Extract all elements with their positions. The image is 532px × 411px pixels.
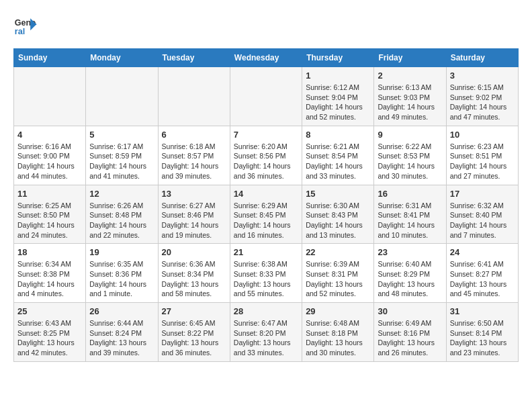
calendar-cell: 10Sunrise: 6:23 AM Sunset: 8:51 PM Dayli… — [446, 126, 518, 185]
week-row: 1Sunrise: 6:12 AM Sunset: 9:04 PM Daylig… — [14, 67, 519, 126]
calendar-cell: 28Sunrise: 6:47 AM Sunset: 8:20 PM Dayli… — [230, 303, 302, 362]
day-number: 14 — [234, 189, 298, 199]
header-row: SundayMondayTuesdayWednesdayThursdayFrid… — [14, 49, 519, 67]
day-info: Sunrise: 6:32 AM Sunset: 8:40 PM Dayligh… — [450, 201, 515, 240]
calendar-cell: 7Sunrise: 6:20 AM Sunset: 8:56 PM Daylig… — [230, 126, 302, 185]
header-cell: Monday — [86, 49, 158, 67]
day-info: Sunrise: 6:40 AM Sunset: 8:29 PM Dayligh… — [378, 259, 442, 299]
header-cell: Thursday — [302, 49, 374, 67]
calendar-cell: 20Sunrise: 6:36 AM Sunset: 8:34 PM Dayli… — [158, 244, 230, 303]
day-number: 15 — [306, 189, 370, 199]
calendar-cell: 12Sunrise: 6:26 AM Sunset: 8:48 PM Dayli… — [86, 185, 158, 244]
calendar-cell: 14Sunrise: 6:29 AM Sunset: 8:45 PM Dayli… — [230, 185, 302, 244]
day-info: Sunrise: 6:39 AM Sunset: 8:31 PM Dayligh… — [306, 259, 370, 299]
day-number: 5 — [89, 130, 154, 140]
header-cell: Wednesday — [230, 49, 302, 67]
day-number: 3 — [450, 71, 515, 81]
day-info: Sunrise: 6:47 AM Sunset: 8:20 PM Dayligh… — [234, 318, 298, 358]
day-info: Sunrise: 6:18 AM Sunset: 8:57 PM Dayligh… — [162, 142, 226, 181]
day-number: 29 — [306, 306, 370, 316]
day-info: Sunrise: 6:44 AM Sunset: 8:24 PM Dayligh… — [89, 318, 154, 358]
day-info: Sunrise: 6:50 AM Sunset: 8:14 PM Dayligh… — [450, 318, 515, 358]
calendar-cell — [158, 67, 230, 126]
calendar-cell: 16Sunrise: 6:31 AM Sunset: 8:41 PM Dayli… — [374, 185, 446, 244]
calendar-cell: 27Sunrise: 6:45 AM Sunset: 8:22 PM Dayli… — [158, 303, 230, 362]
day-number: 8 — [306, 130, 370, 140]
calendar-cell: 29Sunrise: 6:48 AM Sunset: 8:18 PM Dayli… — [302, 303, 374, 362]
day-number: 6 — [162, 130, 226, 140]
day-number: 4 — [17, 130, 82, 140]
logo: Gene ral — [13, 13, 42, 38]
day-info: Sunrise: 6:36 AM Sunset: 8:34 PM Dayligh… — [162, 259, 226, 299]
day-number: 22 — [306, 247, 370, 257]
day-number: 18 — [17, 247, 82, 257]
calendar-header: SundayMondayTuesdayWednesdayThursdayFrid… — [14, 49, 519, 67]
day-number: 13 — [162, 189, 226, 199]
day-number: 2 — [378, 71, 442, 81]
calendar-cell: 25Sunrise: 6:43 AM Sunset: 8:25 PM Dayli… — [14, 303, 86, 362]
day-info: Sunrise: 6:21 AM Sunset: 8:54 PM Dayligh… — [306, 142, 370, 181]
day-info: Sunrise: 6:41 AM Sunset: 8:27 PM Dayligh… — [450, 259, 515, 299]
day-number: 23 — [378, 247, 442, 257]
day-info: Sunrise: 6:16 AM Sunset: 9:00 PM Dayligh… — [17, 142, 82, 181]
day-number: 17 — [450, 189, 515, 199]
calendar-table: SundayMondayTuesdayWednesdayThursdayFrid… — [13, 48, 519, 362]
calendar-cell: 30Sunrise: 6:49 AM Sunset: 8:16 PM Dayli… — [374, 303, 446, 362]
day-number: 21 — [234, 247, 298, 257]
svg-text:ral: ral — [15, 27, 25, 36]
calendar-cell: 17Sunrise: 6:32 AM Sunset: 8:40 PM Dayli… — [446, 185, 518, 244]
day-info: Sunrise: 6:12 AM Sunset: 9:04 PM Dayligh… — [306, 83, 370, 122]
week-row: 11Sunrise: 6:25 AM Sunset: 8:50 PM Dayli… — [14, 185, 519, 244]
day-number: 19 — [89, 247, 154, 257]
calendar-cell: 15Sunrise: 6:30 AM Sunset: 8:43 PM Dayli… — [302, 185, 374, 244]
calendar-cell: 3Sunrise: 6:15 AM Sunset: 9:02 PM Daylig… — [446, 67, 518, 126]
day-number: 20 — [162, 247, 226, 257]
calendar-cell: 22Sunrise: 6:39 AM Sunset: 8:31 PM Dayli… — [302, 244, 374, 303]
day-info: Sunrise: 6:17 AM Sunset: 8:59 PM Dayligh… — [89, 142, 154, 181]
day-info: Sunrise: 6:29 AM Sunset: 8:45 PM Dayligh… — [234, 201, 298, 240]
day-info: Sunrise: 6:35 AM Sunset: 8:36 PM Dayligh… — [89, 259, 154, 299]
calendar-cell: 5Sunrise: 6:17 AM Sunset: 8:59 PM Daylig… — [86, 126, 158, 185]
day-info: Sunrise: 6:20 AM Sunset: 8:56 PM Dayligh… — [234, 142, 298, 181]
day-info: Sunrise: 6:43 AM Sunset: 8:25 PM Dayligh… — [17, 318, 82, 358]
week-row: 18Sunrise: 6:34 AM Sunset: 8:38 PM Dayli… — [14, 244, 519, 303]
week-row: 25Sunrise: 6:43 AM Sunset: 8:25 PM Dayli… — [14, 303, 519, 362]
calendar-body: 1Sunrise: 6:12 AM Sunset: 9:04 PM Daylig… — [14, 67, 519, 362]
calendar-cell: 1Sunrise: 6:12 AM Sunset: 9:04 PM Daylig… — [302, 67, 374, 126]
calendar-cell: 19Sunrise: 6:35 AM Sunset: 8:36 PM Dayli… — [86, 244, 158, 303]
day-info: Sunrise: 6:34 AM Sunset: 8:38 PM Dayligh… — [17, 259, 82, 299]
calendar-cell: 9Sunrise: 6:22 AM Sunset: 8:53 PM Daylig… — [374, 126, 446, 185]
day-number: 1 — [306, 71, 370, 81]
day-info: Sunrise: 6:23 AM Sunset: 8:51 PM Dayligh… — [450, 142, 515, 181]
day-number: 7 — [234, 130, 298, 140]
day-number: 10 — [450, 130, 515, 140]
calendar-cell: 31Sunrise: 6:50 AM Sunset: 8:14 PM Dayli… — [446, 303, 518, 362]
calendar-cell — [14, 67, 86, 126]
day-number: 12 — [89, 189, 154, 199]
day-info: Sunrise: 6:15 AM Sunset: 9:02 PM Dayligh… — [450, 83, 515, 122]
day-number: 16 — [378, 189, 442, 199]
day-info: Sunrise: 6:31 AM Sunset: 8:41 PM Dayligh… — [378, 201, 442, 240]
calendar-cell: 6Sunrise: 6:18 AM Sunset: 8:57 PM Daylig… — [158, 126, 230, 185]
day-info: Sunrise: 6:13 AM Sunset: 9:03 PM Dayligh… — [378, 83, 442, 122]
day-number: 27 — [162, 306, 226, 316]
calendar-cell: 13Sunrise: 6:27 AM Sunset: 8:46 PM Dayli… — [158, 185, 230, 244]
day-number: 26 — [89, 306, 154, 316]
logo-icon: Gene ral — [13, 13, 38, 38]
calendar-cell: 24Sunrise: 6:41 AM Sunset: 8:27 PM Dayli… — [446, 244, 518, 303]
day-info: Sunrise: 6:30 AM Sunset: 8:43 PM Dayligh… — [306, 201, 370, 240]
header-cell: Tuesday — [158, 49, 230, 67]
day-number: 31 — [450, 306, 515, 316]
day-info: Sunrise: 6:26 AM Sunset: 8:48 PM Dayligh… — [89, 201, 154, 240]
day-info: Sunrise: 6:49 AM Sunset: 8:16 PM Dayligh… — [378, 318, 442, 358]
day-number: 28 — [234, 306, 298, 316]
day-info: Sunrise: 6:25 AM Sunset: 8:50 PM Dayligh… — [17, 201, 82, 240]
calendar-cell: 18Sunrise: 6:34 AM Sunset: 8:38 PM Dayli… — [14, 244, 86, 303]
calendar-cell: 2Sunrise: 6:13 AM Sunset: 9:03 PM Daylig… — [374, 67, 446, 126]
calendar-cell: 26Sunrise: 6:44 AM Sunset: 8:24 PM Dayli… — [86, 303, 158, 362]
calendar-cell: 8Sunrise: 6:21 AM Sunset: 8:54 PM Daylig… — [302, 126, 374, 185]
calendar-cell: 21Sunrise: 6:38 AM Sunset: 8:33 PM Dayli… — [230, 244, 302, 303]
day-number: 24 — [450, 247, 515, 257]
day-info: Sunrise: 6:45 AM Sunset: 8:22 PM Dayligh… — [162, 318, 226, 358]
calendar-cell — [230, 67, 302, 126]
